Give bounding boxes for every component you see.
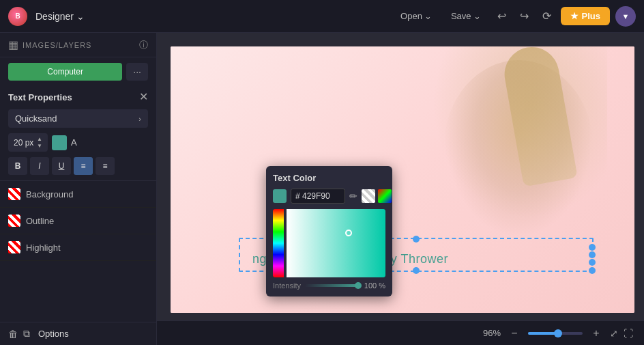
intensity-value: 100 %	[364, 281, 385, 290]
fullscreen-button[interactable]: ⛶	[624, 328, 633, 339]
layers-icon: ▦	[8, 38, 18, 51]
intensity-label: Intensity	[273, 281, 301, 290]
panel-title: IMAGES/LAYERS	[23, 41, 91, 49]
zoom-percentage: 96%	[483, 328, 501, 338]
status-bar: 96% − + ⤢ ⛶	[157, 320, 644, 345]
rotate-button[interactable]: ⟳	[538, 7, 555, 25]
redo-button[interactable]: ↪	[516, 7, 533, 25]
size-arrows: ▲ ▼	[37, 136, 42, 149]
panel-info-button[interactable]: ⓘ	[139, 39, 148, 51]
highlight-swatch	[8, 241, 20, 253]
zoom-out-button[interactable]: −	[506, 325, 523, 342]
color-picker-title: Text Color	[273, 173, 385, 183]
hue-strip[interactable]	[273, 209, 284, 277]
highlight-label: Highlight	[26, 243, 61, 253]
size-down-arrow[interactable]: ▼	[37, 143, 42, 149]
color-hex-row: ✏	[273, 189, 385, 204]
open-button[interactable]: Open ⌄	[394, 8, 439, 24]
font-arrow-icon: ›	[138, 115, 141, 123]
background-label: Background	[26, 189, 73, 199]
avatar[interactable]: ▼	[615, 6, 636, 27]
panel-header: ▦ IMAGES/LAYERS ⓘ	[0, 33, 156, 57]
text-props-header: Text Properties ✕	[8, 92, 148, 102]
canvas-image: ng For The Modern Party Thrower	[171, 46, 634, 313]
selection-handle-bottom[interactable]	[413, 267, 420, 274]
font-name-label: Quicksand	[15, 113, 57, 124]
plus-button[interactable]: ★ Plus	[561, 7, 610, 25]
expand-button[interactable]: ⤢	[610, 328, 618, 339]
bottom-toolbar: 🗑 ⧉ Options	[0, 322, 157, 345]
save-button[interactable]: Save ⌄	[444, 8, 488, 24]
left-panel: ▦ IMAGES/LAYERS ⓘ Computer ··· Text Prop…	[0, 33, 157, 345]
font-size-input-wrap: ▲ ▼	[8, 133, 48, 152]
saturation-area[interactable]	[287, 209, 385, 277]
main-layout: ▦ IMAGES/LAYERS ⓘ Computer ··· Text Prop…	[0, 33, 644, 345]
transparent-color-option[interactable]	[362, 189, 375, 203]
app-name-chevron: ⌄	[76, 11, 85, 22]
duplicate-button[interactable]: ⧉	[23, 328, 30, 340]
undo-button[interactable]: ↩	[493, 7, 510, 25]
selection-handle-top[interactable]	[413, 236, 420, 243]
text-properties-panel: Text Properties ✕ Quicksand › ▲ ▼ A	[0, 86, 156, 181]
size-up-arrow[interactable]: ▲	[37, 136, 42, 142]
font-size-row: ▲ ▼ A	[8, 133, 148, 152]
outline-label: Outline	[26, 216, 54, 226]
more-button[interactable]: ···	[126, 63, 148, 81]
delete-button[interactable]: 🗑	[8, 329, 18, 340]
color-gradient-area[interactable]	[273, 209, 385, 277]
topbar-actions: Open ⌄ Save ⌄ ↩ ↪ ⟳ ★ Plus ▼	[394, 6, 636, 27]
gradient-color-option[interactable]	[378, 189, 392, 203]
selection-handle-right-top[interactable]	[589, 244, 596, 251]
intensity-slider[interactable]	[305, 284, 360, 287]
hex-input[interactable]	[291, 189, 345, 204]
text-color-swatch[interactable]	[52, 135, 67, 150]
color-preview-swatch	[273, 189, 287, 203]
outline-row[interactable]: Outline	[0, 208, 156, 234]
zoom-slider[interactable]	[528, 332, 583, 335]
options-button[interactable]: Options	[38, 329, 69, 339]
close-text-props-button[interactable]: ✕	[139, 92, 148, 102]
upload-row: Computer ···	[0, 57, 156, 86]
intensity-thumb[interactable]	[355, 282, 362, 289]
open-chevron-icon: ⌄	[424, 11, 432, 21]
format-buttons-row: B I U ≡ ≡	[8, 157, 148, 175]
background-swatch	[8, 188, 20, 200]
save-chevron-icon: ⌄	[473, 11, 481, 21]
computer-button[interactable]: Computer	[8, 63, 122, 81]
highlight-row[interactable]: Highlight	[0, 234, 156, 261]
color-picker-popup: Text Color ✏ Intensity	[266, 166, 392, 296]
selection-handle-right[interactable]	[589, 251, 596, 258]
canvas-area: ng For The Modern Party Thrower 96% − + …	[157, 33, 644, 345]
outline-swatch	[8, 215, 20, 227]
underline-button[interactable]: U	[52, 157, 71, 175]
app-logo: B	[8, 7, 27, 26]
italic-button[interactable]: I	[30, 157, 49, 175]
app-name[interactable]: Designer ⌄	[35, 11, 85, 22]
star-icon: ★	[570, 11, 579, 21]
font-selector[interactable]: Quicksand ›	[8, 109, 148, 128]
eyedropper-button[interactable]: ✏	[349, 191, 357, 202]
special-color-icons	[362, 189, 392, 203]
background-row[interactable]: Background	[0, 181, 156, 208]
text-props-title: Text Properties	[8, 92, 72, 102]
align-left-button[interactable]: ≡	[74, 157, 93, 175]
bold-button[interactable]: B	[8, 157, 27, 175]
topbar: B Designer ⌄ Open ⌄ Save ⌄ ↩ ↪ ⟳ ★ Plus …	[0, 0, 644, 33]
zoom-in-button[interactable]: +	[588, 325, 604, 342]
intensity-row: Intensity 100 %	[273, 281, 385, 290]
text-color-label[interactable]: A	[71, 137, 77, 148]
zoom-slider-thumb[interactable]	[554, 329, 562, 337]
align-right-button[interactable]: ≡	[96, 157, 115, 175]
selection-handle-bottom-right[interactable]	[589, 267, 596, 274]
font-size-input[interactable]	[14, 138, 35, 148]
